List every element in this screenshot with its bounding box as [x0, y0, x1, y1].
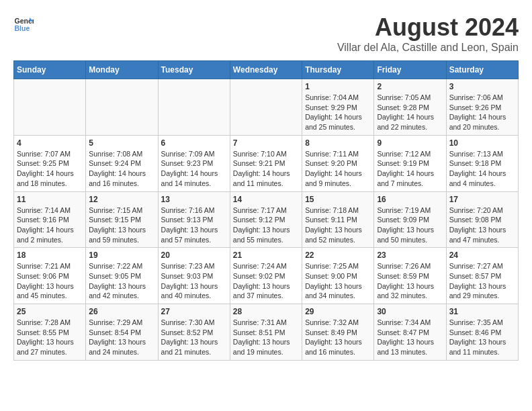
- calendar-cell: 12Sunrise: 7:15 AMSunset: 9:15 PMDayligh…: [86, 191, 158, 248]
- day-number: 22: [305, 250, 371, 260]
- day-info: Sunrise: 7:07 AMSunset: 9:25 PMDaylight:…: [17, 149, 83, 189]
- day-info: Sunrise: 7:12 AMSunset: 9:19 PMDaylight:…: [377, 149, 443, 189]
- day-number: 26: [89, 307, 154, 316]
- weekday-header: Wednesday: [230, 61, 302, 79]
- day-info: Sunrise: 7:15 AMSunset: 9:15 PMDaylight:…: [89, 205, 154, 245]
- day-info: Sunrise: 7:31 AMSunset: 8:51 PMDaylight:…: [233, 318, 299, 357]
- day-number: 19: [89, 250, 154, 260]
- day-number: 16: [377, 195, 443, 204]
- day-info: Sunrise: 7:27 AMSunset: 8:57 PMDaylight:…: [449, 261, 515, 301]
- calendar-cell: 3Sunrise: 7:06 AMSunset: 9:26 PMDaylight…: [446, 79, 518, 136]
- calendar-week-row: 4Sunrise: 7:07 AMSunset: 9:25 PMDaylight…: [14, 135, 519, 191]
- calendar-cell: 26Sunrise: 7:29 AMSunset: 8:54 PMDayligh…: [86, 304, 158, 361]
- calendar-cell: [230, 79, 302, 136]
- calendar-cell: 1Sunrise: 7:04 AMSunset: 9:29 PMDaylight…: [302, 79, 374, 136]
- calendar-cell: 18Sunrise: 7:21 AMSunset: 9:06 PMDayligh…: [14, 248, 86, 304]
- logo-icon: General Blue: [13, 13, 34, 34]
- calendar-cell: 23Sunrise: 7:26 AMSunset: 8:59 PMDayligh…: [374, 248, 446, 304]
- day-number: 6: [161, 138, 227, 148]
- day-info: Sunrise: 7:29 AMSunset: 8:54 PMDaylight:…: [89, 318, 154, 357]
- day-number: 1: [305, 82, 371, 91]
- day-info: Sunrise: 7:28 AMSunset: 8:55 PMDaylight:…: [17, 318, 83, 357]
- day-info: Sunrise: 7:22 AMSunset: 9:05 PMDaylight:…: [89, 261, 154, 301]
- page-header: General Blue August 2024 Villar del Ala,…: [13, 13, 519, 54]
- day-info: Sunrise: 7:16 AMSunset: 9:13 PMDaylight:…: [161, 205, 227, 245]
- calendar-cell: 27Sunrise: 7:30 AMSunset: 8:52 PMDayligh…: [158, 304, 230, 361]
- weekday-header: Tuesday: [158, 61, 230, 79]
- day-number: 20: [161, 250, 227, 260]
- svg-text:Blue: Blue: [15, 24, 30, 32]
- day-number: 13: [161, 195, 227, 204]
- calendar-cell: 30Sunrise: 7:34 AMSunset: 8:47 PMDayligh…: [374, 304, 446, 361]
- calendar-cell: 17Sunrise: 7:20 AMSunset: 9:08 PMDayligh…: [446, 191, 518, 248]
- calendar-cell: 6Sunrise: 7:09 AMSunset: 9:23 PMDaylight…: [158, 135, 230, 191]
- calendar-week-row: 11Sunrise: 7:14 AMSunset: 9:16 PMDayligh…: [14, 191, 519, 248]
- weekday-row: SundayMondayTuesdayWednesdayThursdayFrid…: [14, 61, 519, 79]
- day-number: 12: [89, 195, 154, 204]
- day-number: 2: [377, 82, 443, 91]
- day-number: 29: [305, 307, 371, 316]
- calendar-cell: 20Sunrise: 7:23 AMSunset: 9:03 PMDayligh…: [158, 248, 230, 304]
- calendar-cell: 31Sunrise: 7:35 AMSunset: 8:46 PMDayligh…: [446, 304, 518, 361]
- day-info: Sunrise: 7:09 AMSunset: 9:23 PMDaylight:…: [161, 149, 227, 189]
- page-title: August 2024: [337, 13, 519, 42]
- calendar-cell: [158, 79, 230, 136]
- day-info: Sunrise: 7:08 AMSunset: 9:24 PMDaylight:…: [89, 149, 154, 189]
- weekday-header: Sunday: [14, 61, 86, 79]
- day-info: Sunrise: 7:19 AMSunset: 9:09 PMDaylight:…: [377, 205, 443, 245]
- day-info: Sunrise: 7:26 AMSunset: 8:59 PMDaylight:…: [377, 261, 443, 301]
- calendar-cell: 19Sunrise: 7:22 AMSunset: 9:05 PMDayligh…: [86, 248, 158, 304]
- calendar-cell: 29Sunrise: 7:32 AMSunset: 8:49 PMDayligh…: [302, 304, 374, 361]
- day-info: Sunrise: 7:21 AMSunset: 9:06 PMDaylight:…: [17, 261, 83, 301]
- day-info: Sunrise: 7:20 AMSunset: 9:08 PMDaylight:…: [449, 205, 515, 245]
- day-info: Sunrise: 7:24 AMSunset: 9:02 PMDaylight:…: [233, 261, 299, 301]
- day-number: 31: [449, 307, 515, 316]
- day-info: Sunrise: 7:10 AMSunset: 9:21 PMDaylight:…: [233, 149, 299, 189]
- day-number: 17: [449, 195, 515, 204]
- calendar-cell: 25Sunrise: 7:28 AMSunset: 8:55 PMDayligh…: [14, 304, 86, 361]
- day-number: 14: [233, 195, 299, 204]
- title-section: August 2024 Villar del Ala, Castille and…: [337, 13, 519, 54]
- calendar-cell: 24Sunrise: 7:27 AMSunset: 8:57 PMDayligh…: [446, 248, 518, 304]
- weekday-header: Thursday: [302, 61, 374, 79]
- day-number: 3: [449, 82, 515, 91]
- day-info: Sunrise: 7:32 AMSunset: 8:49 PMDaylight:…: [305, 318, 371, 357]
- weekday-header: Monday: [86, 61, 158, 79]
- weekday-header: Friday: [374, 61, 446, 79]
- day-number: 23: [377, 250, 443, 260]
- calendar-cell: 7Sunrise: 7:10 AMSunset: 9:21 PMDaylight…: [230, 135, 302, 191]
- calendar-cell: [14, 79, 86, 136]
- calendar-body: 1Sunrise: 7:04 AMSunset: 9:29 PMDaylight…: [14, 79, 519, 361]
- day-info: Sunrise: 7:35 AMSunset: 8:46 PMDaylight:…: [449, 318, 515, 357]
- day-info: Sunrise: 7:18 AMSunset: 9:11 PMDaylight:…: [305, 205, 371, 245]
- calendar-cell: [86, 79, 158, 136]
- calendar-cell: 9Sunrise: 7:12 AMSunset: 9:19 PMDaylight…: [374, 135, 446, 191]
- day-info: Sunrise: 7:23 AMSunset: 9:03 PMDaylight:…: [161, 261, 227, 301]
- day-info: Sunrise: 7:06 AMSunset: 9:26 PMDaylight:…: [449, 93, 515, 132]
- calendar-cell: 16Sunrise: 7:19 AMSunset: 9:09 PMDayligh…: [374, 191, 446, 248]
- calendar-cell: 22Sunrise: 7:25 AMSunset: 9:00 PMDayligh…: [302, 248, 374, 304]
- calendar-cell: 4Sunrise: 7:07 AMSunset: 9:25 PMDaylight…: [14, 135, 86, 191]
- logo: General Blue: [13, 13, 34, 34]
- day-number: 15: [305, 195, 371, 204]
- day-number: 21: [233, 250, 299, 260]
- calendar-cell: 28Sunrise: 7:31 AMSunset: 8:51 PMDayligh…: [230, 304, 302, 361]
- day-info: Sunrise: 7:25 AMSunset: 9:00 PMDaylight:…: [305, 261, 371, 301]
- calendar-cell: 13Sunrise: 7:16 AMSunset: 9:13 PMDayligh…: [158, 191, 230, 248]
- day-number: 8: [305, 138, 371, 148]
- day-info: Sunrise: 7:30 AMSunset: 8:52 PMDaylight:…: [161, 318, 227, 357]
- calendar-cell: 21Sunrise: 7:24 AMSunset: 9:02 PMDayligh…: [230, 248, 302, 304]
- day-number: 28: [233, 307, 299, 316]
- day-info: Sunrise: 7:05 AMSunset: 9:28 PMDaylight:…: [377, 93, 443, 132]
- page-subtitle: Villar del Ala, Castille and Leon, Spain: [337, 42, 519, 54]
- day-info: Sunrise: 7:14 AMSunset: 9:16 PMDaylight:…: [17, 205, 83, 245]
- calendar-cell: 11Sunrise: 7:14 AMSunset: 9:16 PMDayligh…: [14, 191, 86, 248]
- day-number: 10: [449, 138, 515, 148]
- day-number: 30: [377, 307, 443, 316]
- day-info: Sunrise: 7:34 AMSunset: 8:47 PMDaylight:…: [377, 318, 443, 357]
- day-number: 24: [449, 250, 515, 260]
- day-number: 9: [377, 138, 443, 148]
- calendar-cell: 10Sunrise: 7:13 AMSunset: 9:18 PMDayligh…: [446, 135, 518, 191]
- weekday-header: Saturday: [446, 61, 518, 79]
- calendar-cell: 15Sunrise: 7:18 AMSunset: 9:11 PMDayligh…: [302, 191, 374, 248]
